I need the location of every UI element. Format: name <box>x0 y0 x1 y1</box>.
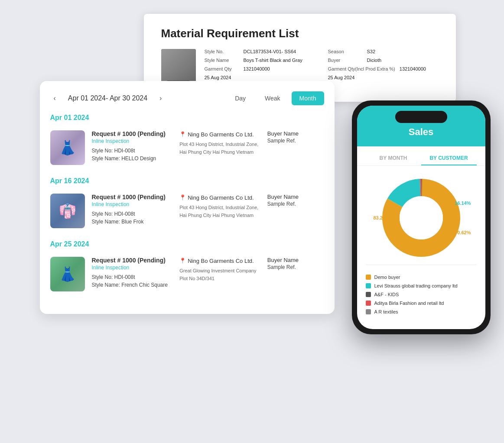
legend-label-1: Levi Strauss global trading company ltd <box>374 283 458 288</box>
legend-color-1 <box>366 283 371 288</box>
inspection-style-name-1: Style Name: HELLO Design <box>92 155 173 162</box>
phone-screen: Sales BY MONTH BY CUSTOMER <box>357 106 485 329</box>
chart-label-16: 16.14% <box>455 200 471 206</box>
phone-device: Sales BY MONTH BY CUSTOMER <box>343 100 499 334</box>
inspection-info-3: Request # 1000 (Pending) Inline Inspecti… <box>92 257 173 289</box>
inspection-subtitle-3: Inline Inspection <box>92 265 173 271</box>
chart-label-062: 0.62% <box>457 230 471 235</box>
legend-color-3 <box>366 301 371 306</box>
date-heading-1: Apr 01 2024 <box>50 114 324 122</box>
tab-day[interactable]: Day <box>227 91 254 105</box>
inspection-image-3: 👗 <box>50 257 85 291</box>
location-detail-2: Plot 43 Hong District, Industrial Zone, … <box>179 204 260 219</box>
chart-legend: Demo buyer Levi Strauss global trading c… <box>366 268 477 320</box>
inspection-buyer-3: Buyer Name Sample Ref. <box>267 257 324 270</box>
section-apr-01: Apr 01 2024 👗 Request # 1000 (Pending) I… <box>50 114 324 168</box>
next-arrow[interactable]: › <box>156 93 165 104</box>
inspection-title-1: Request # 1000 (Pending) <box>92 130 173 137</box>
field-style-no: Style No. DCL1873534-V01- SS64 <box>205 49 315 54</box>
tab-by-month[interactable]: BY MONTH <box>366 152 421 165</box>
legend-label-3: Aditya Birla Fashion and retail ltd <box>374 301 444 306</box>
date-range: Apr 01 2024- Apr 30 2024 <box>68 94 147 102</box>
legend-item-0: Demo buyer <box>366 273 477 281</box>
legend-label-4: A R textiles <box>374 309 398 314</box>
location-detail-3: Great Glowing Investment Company Plot No… <box>179 267 260 282</box>
inspection-subtitle-1: Inline Inspection <box>92 138 173 144</box>
inspection-location-3: 📍 Ning Bo Garments Co Ltd. Great Glowing… <box>179 257 260 283</box>
inspection-style-name-2: Style Name: Blue Frok <box>92 218 173 226</box>
prev-arrow[interactable]: ‹ <box>50 93 59 104</box>
inspection-buyer-2: Buyer Name Sample Ref. <box>267 194 324 207</box>
inspection-item-1: 👗 Request # 1000 (Pending) Inline Inspec… <box>50 127 324 168</box>
tab-month[interactable]: Month <box>292 91 324 105</box>
date-heading-2: Apr 16 2024 <box>50 177 324 185</box>
inspection-image-2: 👘 <box>50 194 85 228</box>
tab-by-customer[interactable]: BY CUSTOMER <box>421 152 477 165</box>
date-heading-3: Apr 25 2024 <box>50 240 324 248</box>
inspection-title-2: Request # 1000 (Pending) <box>92 194 173 200</box>
inspection-info-1: Request # 1000 (Pending) Inline Inspecti… <box>92 130 173 162</box>
field-date2: 25 Aug 2024 <box>328 75 439 80</box>
inspection-style-no-1: Style No: HDI-008t <box>92 147 173 155</box>
svg-point-4 <box>400 196 443 239</box>
inspection-location-1: 📍 Ning Bo Garments Co Ltd. Plot 43 Hong … <box>179 130 260 156</box>
phone-tabs: BY MONTH BY CUSTOMER <box>357 146 485 166</box>
legend-label-2: A&F - KIDS <box>374 292 399 297</box>
legend-item-1: Levi Strauss global trading company ltd <box>366 281 477 290</box>
inspection-title-3: Request # 1000 (Pending) <box>92 257 173 264</box>
inspection-info-2: Request # 1000 (Pending) Inline Inspecti… <box>92 194 173 226</box>
legend-item-3: Aditya Birla Fashion and retail ltd <box>366 299 477 307</box>
inspection-item-3: 👗 Request # 1000 (Pending) Inline Inspec… <box>50 253 324 295</box>
phone-frame: Sales BY MONTH BY CUSTOMER <box>352 100 491 334</box>
legend-color-4 <box>366 309 371 314</box>
chart-label-83: 83.24% <box>374 215 390 220</box>
inspection-location-2: 📍 Ning Bo Garments Co Ltd. Plot 43 Hong … <box>179 194 260 220</box>
legend-label-0: Demo buyer <box>374 275 400 280</box>
inspection-item-2: 👘 Request # 1000 (Pending) Inline Inspec… <box>50 190 324 232</box>
legend-color-2 <box>366 292 371 297</box>
inspection-style-no-2: Style No: HDI-008t <box>92 210 173 218</box>
calendar-card: ‹ Apr 01 2024- Apr 30 2024 › Day Weak Mo… <box>40 81 335 314</box>
view-tabs: Day Weak Month <box>227 91 324 105</box>
donut-chart: 83.24% 16.14% 0.62% <box>378 175 465 261</box>
pin-icon-1: 📍 <box>179 130 186 139</box>
pin-icon-2: 📍 <box>179 194 186 202</box>
inspection-style-name-3: Style Name: French Chic Square <box>92 281 173 289</box>
field-buyer: Buyer Dicioth <box>328 58 439 63</box>
phone-notch <box>395 111 447 123</box>
pin-icon-3: 📍 <box>179 257 186 265</box>
section-apr-25: Apr 25 2024 👗 Request # 1000 (Pending) I… <box>50 240 324 295</box>
field-garment-qty-incl: Garment Qty(Incl Prod Extra %) 132104000… <box>328 66 439 71</box>
calendar-header: ‹ Apr 01 2024- Apr 30 2024 › Day Weak Mo… <box>50 91 324 105</box>
field-style-name: Style Name Boys T-shirt Black and Gray <box>205 58 315 63</box>
inspection-buyer-1: Buyer Name Sample Ref. <box>267 130 324 144</box>
inspection-image-1: 👗 <box>50 130 85 165</box>
material-doc-title: Material Requirement List <box>161 27 439 40</box>
chart-area: 83.24% 16.14% 0.62% Demo buyer <box>357 166 485 329</box>
field-date1: 25 Aug 2024 <box>205 75 315 80</box>
field-season: Season S32 <box>328 49 439 54</box>
legend-item-2: A&F - KIDS <box>366 290 477 299</box>
inspection-style-no-3: Style No: HDI-008t <box>92 273 173 281</box>
phone-app-title: Sales <box>366 126 477 138</box>
donut-chart-svg <box>378 175 465 261</box>
location-detail-1: Plot 43 Hong District, Industrial Zone, … <box>179 141 260 156</box>
tab-weak[interactable]: Weak <box>257 91 288 105</box>
section-apr-16: Apr 16 2024 👘 Request # 1000 (Pending) I… <box>50 177 324 232</box>
legend-color-0 <box>366 275 371 280</box>
field-garment-qty: Garment Qty 1321040000 <box>205 66 315 71</box>
legend-item-4: A R textiles <box>366 307 477 316</box>
inspection-subtitle-2: Inline Inspection <box>92 201 173 207</box>
